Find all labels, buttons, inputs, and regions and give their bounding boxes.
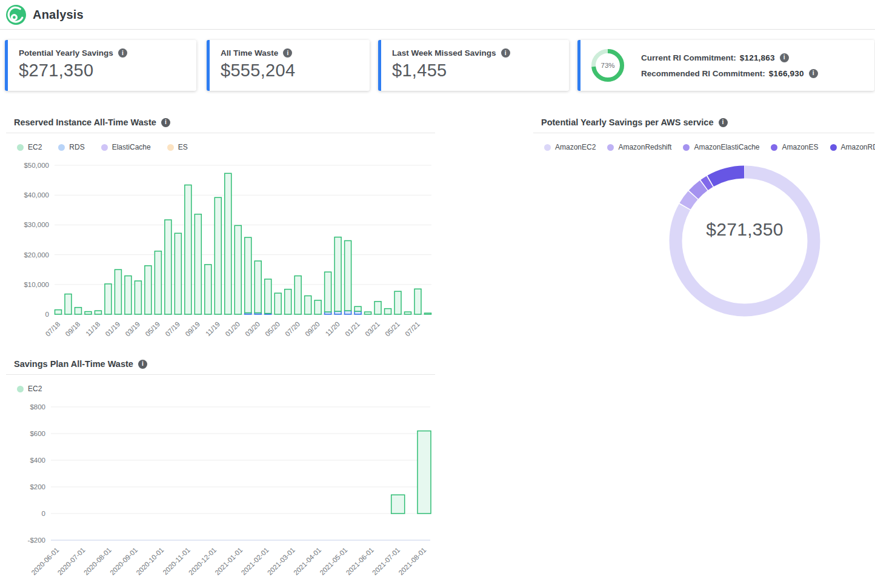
ri-chart-legend: EC2RDSElastiCacheES bbox=[17, 141, 435, 153]
info-icon[interactable]: i bbox=[161, 118, 170, 127]
svg-text:07/19: 07/19 bbox=[164, 320, 181, 338]
svg-text:$200: $200 bbox=[30, 483, 45, 491]
svg-text:0: 0 bbox=[45, 311, 49, 318]
legend-label: AmazonRDS bbox=[841, 143, 875, 151]
sp-waste-bar-chart[interactable]: $800$600$400$2000-$2002020-06-012020-07-… bbox=[6, 398, 435, 586]
legend-item-ElastiCache[interactable]: ElastiCache bbox=[101, 143, 151, 151]
legend-label: EC2 bbox=[28, 385, 42, 393]
svg-text:$10,000: $10,000 bbox=[24, 281, 49, 288]
svg-text:05/19: 05/19 bbox=[144, 320, 161, 338]
svg-text:05/20: 05/20 bbox=[264, 320, 281, 338]
legend-dot bbox=[58, 144, 65, 151]
info-icon[interactable]: i bbox=[780, 53, 789, 62]
svg-text:2020-08-01: 2020-08-01 bbox=[82, 546, 113, 576]
svg-text:07/18: 07/18 bbox=[44, 320, 62, 338]
info-icon[interactable]: i bbox=[283, 48, 292, 58]
ri-commitment-rows: Current RI Commitment: $121,863 i Recomm… bbox=[641, 53, 818, 78]
legend-item-EC2[interactable]: EC2 bbox=[17, 385, 42, 393]
legend-dot bbox=[771, 144, 777, 151]
gauge-percent-label: 73% bbox=[591, 49, 624, 82]
svg-text:01/19: 01/19 bbox=[104, 320, 121, 338]
stat-card-potential-yearly-savings: Potential Yearly Savings i $271,350 bbox=[5, 40, 196, 91]
app-header: Analysis bbox=[0, 0, 875, 30]
sp-chart-legend: EC2 bbox=[17, 383, 435, 395]
legend-label: EC2 bbox=[28, 143, 42, 151]
svg-text:01/21: 01/21 bbox=[344, 320, 361, 338]
current-ri-commitment-value: $121,863 bbox=[740, 53, 775, 62]
svg-text:11/20: 11/20 bbox=[324, 320, 341, 337]
legend-item-AmazonRedshift[interactable]: AmazonRedshift bbox=[607, 143, 671, 151]
svg-text:09/19: 09/19 bbox=[184, 320, 201, 338]
panel-title-row: Savings Plan All-Time Waste i bbox=[6, 359, 435, 375]
info-icon[interactable]: i bbox=[719, 118, 728, 127]
legend-dot bbox=[17, 386, 24, 392]
legend-label: ElastiCache bbox=[112, 143, 151, 151]
svg-text:11/18: 11/18 bbox=[84, 320, 101, 337]
legend-item-AmazonElastiCache[interactable]: AmazonElastiCache bbox=[683, 143, 759, 151]
svg-text:03/21: 03/21 bbox=[364, 320, 381, 338]
svg-text:2020-07-01: 2020-07-01 bbox=[56, 546, 87, 576]
info-icon[interactable]: i bbox=[809, 69, 818, 78]
svg-text:2021-01-01: 2021-01-01 bbox=[213, 546, 244, 576]
svg-text:11/19: 11/19 bbox=[204, 320, 221, 337]
legend-dot bbox=[683, 144, 690, 151]
svg-text:-$200: -$200 bbox=[28, 537, 45, 544]
stat-card-last-week-missed-savings: Last Week Missed Savings i $1,455 bbox=[378, 40, 569, 91]
stat-card-label: All Time Waste i bbox=[221, 48, 359, 58]
stat-card-ri-commitment: 73% Current RI Commitment: $121,863 i Re… bbox=[577, 40, 874, 91]
panel-title: Reserved Instance All-Time Waste bbox=[14, 117, 156, 127]
svg-text:$50,000: $50,000 bbox=[24, 162, 49, 169]
svg-text:05/21: 05/21 bbox=[384, 320, 401, 338]
legend-item-EC2[interactable]: EC2 bbox=[17, 143, 42, 151]
svg-text:2021-03-01: 2021-03-01 bbox=[266, 546, 296, 576]
svg-text:2021-05-01: 2021-05-01 bbox=[318, 546, 348, 576]
svg-text:2021-07-01: 2021-07-01 bbox=[371, 546, 401, 576]
page-title: Analysis bbox=[33, 8, 84, 22]
svg-text:2021-06-01: 2021-06-01 bbox=[345, 546, 375, 576]
svg-text:2020-10-01: 2020-10-01 bbox=[135, 546, 165, 576]
stat-card-label: Last Week Missed Savings i bbox=[392, 48, 558, 58]
savings-donut-chart[interactable]: $271,350 bbox=[663, 159, 827, 325]
svg-text:$20,000: $20,000 bbox=[24, 251, 49, 259]
panel-title: Savings Plan All-Time Waste bbox=[14, 359, 133, 369]
ri-waste-bar-chart[interactable]: $50,000$40,000$30,000$20,000$10,000007/1… bbox=[6, 157, 435, 349]
legend-dot bbox=[607, 144, 614, 151]
legend-item-RDS[interactable]: RDS bbox=[58, 143, 84, 151]
info-icon[interactable]: i bbox=[138, 360, 147, 369]
stat-card-label-text: All Time Waste bbox=[221, 48, 278, 58]
svg-text:03/19: 03/19 bbox=[124, 320, 141, 338]
recommended-ri-commitment-label: Recommended RI Commitment: bbox=[641, 69, 765, 78]
legend-item-ES[interactable]: ES bbox=[167, 143, 188, 151]
legend-label: ES bbox=[178, 143, 188, 151]
svg-text:07/21: 07/21 bbox=[404, 320, 421, 338]
legend-label: AmazonRedshift bbox=[618, 143, 671, 151]
panel-title-row: Reserved Instance All-Time Waste i bbox=[6, 117, 435, 133]
stat-card-value: $555,204 bbox=[221, 61, 359, 81]
recommended-ri-commitment-value: $166,930 bbox=[769, 69, 804, 78]
stat-card-value: $1,455 bbox=[392, 61, 558, 81]
donut-ring[interactable] bbox=[663, 159, 827, 323]
legend-item-AmazonEC2[interactable]: AmazonEC2 bbox=[544, 143, 596, 151]
ri-all-time-waste-panel: Reserved Instance All-Time Waste i EC2RD… bbox=[6, 117, 435, 349]
legend-item-AmazonES[interactable]: AmazonES bbox=[771, 143, 818, 151]
donut-chart-legend: AmazonEC2AmazonRedshiftAmazonElastiCache… bbox=[544, 141, 874, 153]
ri-utilization-gauge: 73% bbox=[591, 49, 624, 82]
info-icon[interactable]: i bbox=[501, 48, 510, 58]
svg-text:2020-09-01: 2020-09-01 bbox=[108, 546, 139, 576]
legend-dot bbox=[17, 144, 24, 151]
stat-card-value: $271,350 bbox=[19, 61, 185, 81]
stat-card-label-text: Potential Yearly Savings bbox=[19, 48, 113, 58]
svg-text:$800: $800 bbox=[30, 403, 45, 411]
spot-logo-icon[interactable] bbox=[6, 5, 26, 25]
legend-dot bbox=[167, 144, 174, 151]
stat-card-label-text: Last Week Missed Savings bbox=[392, 48, 496, 58]
svg-text:$30,000: $30,000 bbox=[24, 221, 49, 228]
stat-card-all-time-waste: All Time Waste i $555,204 bbox=[207, 40, 370, 91]
legend-label: AmazonES bbox=[782, 143, 818, 151]
svg-text:$600: $600 bbox=[30, 430, 45, 437]
svg-text:09/20: 09/20 bbox=[304, 320, 321, 338]
legend-item-AmazonRDS[interactable]: AmazonRDS bbox=[830, 143, 875, 151]
svg-text:0: 0 bbox=[42, 510, 45, 517]
savings-per-service-panel: Potential Yearly Savings per AWS service… bbox=[533, 117, 874, 325]
info-icon[interactable]: i bbox=[118, 48, 127, 58]
